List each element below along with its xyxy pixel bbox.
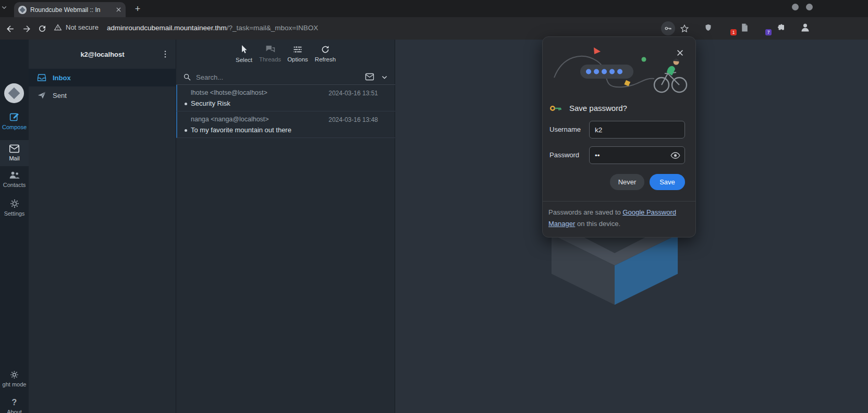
extension-badge: 1 [730, 29, 737, 35]
select-label: Select [229, 57, 259, 63]
settings-gear-icon [0, 198, 29, 209]
mail-icon [0, 144, 29, 154]
sidebar-item-settings[interactable]: Settings [0, 198, 29, 217]
contacts-icon [0, 170, 29, 180]
reload-icon[interactable] [36, 23, 48, 34]
footer-before: Passwords are saved to [548, 208, 622, 216]
password-key-icon [549, 104, 562, 112]
refresh-label: Refresh [311, 56, 340, 62]
profile-avatar-icon[interactable] [800, 22, 810, 32]
folder-pane: k2@localhost Inbox Sent [29, 40, 176, 413]
select-button[interactable]: Select [229, 45, 259, 63]
sidebar-item-compose[interactable]: Compose [0, 111, 29, 130]
refresh-button[interactable]: Refresh [311, 45, 340, 62]
message-subject: Security Risk [191, 99, 230, 107]
unread-dot [185, 103, 187, 105]
username-field[interactable] [589, 121, 685, 139]
tab-title: Roundcube Webmail :: In [30, 6, 112, 14]
unread-dot [185, 129, 187, 132]
orange-extension-icon[interactable]: 1 [724, 23, 734, 33]
browser-toolbar: Not secure adminroundcubemail.mountainee… [0, 17, 868, 40]
new-tab-button[interactable]: + [131, 3, 144, 15]
refresh-icon [311, 45, 340, 54]
document-extension-icon[interactable] [741, 23, 751, 33]
message-sender: lhotse <lhotse@localhost> [191, 89, 267, 96]
threads-button[interactable]: Threads [255, 45, 285, 62]
password-manager-key-icon[interactable] [661, 21, 675, 35]
dialog-divider [543, 201, 695, 202]
message-date: 2024-03-16 13:51 [328, 90, 378, 97]
message-subject: To my favorite mountain out there [191, 126, 291, 134]
shield-extension-icon[interactable] [704, 23, 714, 33]
save-password-dialog: Save password? Username Password Never S… [542, 36, 696, 237]
account-label: k2@localhost [29, 40, 176, 69]
tab-close-icon[interactable] [116, 7, 121, 12]
password-label: Password [549, 151, 579, 159]
extension-badge: 7 [765, 29, 772, 35]
roundcube-logo[interactable] [4, 83, 24, 103]
never-button[interactable]: Never [610, 174, 644, 190]
sent-paper-plane-icon [37, 91, 46, 99]
inbox-icon [37, 73, 46, 82]
folder-item-inbox[interactable]: Inbox [29, 69, 176, 86]
sidebar-item-mail[interactable]: Mail [0, 140, 29, 166]
app-sidebar: Compose Mail Contacts Settings ght mode [0, 40, 29, 413]
compose-icon [0, 111, 29, 122]
back-icon[interactable] [4, 23, 16, 34]
message-sender: nanga <nanga@localhost> [191, 116, 269, 123]
sidebar-item-contacts[interactable]: Contacts [0, 170, 29, 188]
search-icon [183, 73, 191, 81]
threads-chat-icon [255, 45, 285, 54]
search-input[interactable] [196, 71, 347, 83]
options-label: Options [283, 56, 312, 62]
inbox-label: Inbox [53, 74, 71, 82]
url-host: adminroundcubemail.mountaineer.thm [107, 24, 227, 32]
question-mark-icon: ? [0, 398, 29, 407]
message-list-pane: Select Threads Options Refresh [176, 40, 395, 413]
security-label: Not secure [66, 23, 99, 31]
browser-tab[interactable]: Roundcube Webmail :: In [14, 2, 126, 17]
url-field[interactable]: adminroundcubemail.mountaineer.thm/?_tas… [107, 24, 318, 32]
username-label: Username [549, 126, 581, 133]
footer-after: on this device. [575, 220, 620, 228]
message-row[interactable]: nanga <nanga@localhost> 2024-03-16 13:48… [176, 111, 395, 138]
threads-label: Threads [255, 56, 285, 62]
contacts-label: Contacts [0, 182, 29, 188]
roundcube-favicon [18, 6, 27, 14]
search-scope-chevron-icon[interactable] [381, 74, 388, 81]
purple-extension-icon[interactable]: 7 [759, 23, 769, 33]
browser-tab-strip: Roundcube Webmail :: In + [0, 0, 868, 17]
message-row[interactable]: lhotse <lhotse@localhost> 2024-03-16 13:… [176, 85, 395, 111]
about-label: About [0, 409, 29, 413]
forward-icon[interactable] [21, 23, 32, 34]
light-mode-sun-icon [0, 370, 29, 380]
select-cursor-icon [229, 45, 259, 55]
window-control-dot[interactable] [806, 4, 813, 10]
mail-label: Mail [0, 155, 29, 161]
dialog-footer-text: Passwords are saved to Google Password M… [548, 207, 690, 230]
settings-label: Settings [0, 210, 29, 217]
save-button[interactable]: Save [650, 174, 685, 190]
message-date: 2024-03-16 13:48 [328, 116, 378, 123]
bookmark-star-icon[interactable] [679, 23, 690, 34]
compose-label: Compose [0, 124, 29, 130]
options-button[interactable]: Options [283, 45, 312, 62]
dialog-title-row: Save password? [549, 104, 627, 112]
extensions-puzzle-icon[interactable] [776, 23, 787, 33]
window-control-dot[interactable] [792, 4, 799, 10]
options-sliders-icon [283, 45, 312, 54]
security-chip[interactable]: Not secure [54, 23, 99, 31]
light-mode-label: ght mode [0, 381, 29, 387]
dialog-title: Save password? [569, 104, 627, 112]
sent-label: Sent [53, 92, 67, 99]
sidebar-item-about[interactable]: ? About [0, 398, 29, 413]
warning-triangle-icon [54, 23, 62, 31]
folder-item-sent[interactable]: Sent [29, 86, 176, 104]
folder-menu-kebab-icon[interactable] [160, 49, 170, 59]
sidebar-item-light-mode[interactable]: ght mode [0, 370, 29, 387]
search-bar [176, 69, 395, 85]
reveal-password-eye-icon[interactable] [670, 150, 680, 160]
search-scope-mail-icon[interactable] [365, 73, 374, 81]
tab-search-chevron-icon[interactable] [1, 4, 7, 10]
url-path: /?_task=mail&_mbox=INBOX [227, 24, 319, 32]
